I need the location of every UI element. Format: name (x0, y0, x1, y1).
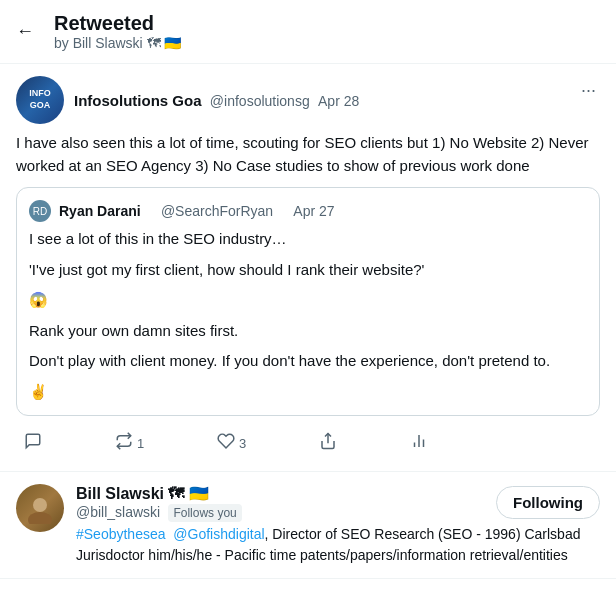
quoted-handle: @SearchForRyan (161, 203, 273, 219)
quoted-avatar-label: RD (33, 206, 47, 217)
like-button[interactable]: 3 (209, 428, 254, 459)
more-button[interactable]: ··· (577, 76, 600, 105)
author-handle: @infosolutionsg (210, 93, 310, 109)
author-info: Infosolutions Goa @infosolutionsg Apr 28 (74, 92, 359, 109)
user-handle: @bill_slawski (76, 504, 160, 520)
header-subtitle: by Bill Slawski 🗺 🇺🇦 (54, 35, 181, 51)
quoted-tweet: RD Ryan Darani @SearchForRyan Apr 27 I s… (16, 187, 600, 416)
user-card: Bill Slawski 🗺 🇺🇦 @bill_slawski Follows … (0, 472, 616, 579)
following-button[interactable]: Following (496, 486, 600, 519)
tweet-text: I have also seen this a lot of time, sco… (16, 132, 600, 177)
avatar-label: INFOGOA (29, 88, 51, 111)
quoted-text: I see a lot of this in the SEO industry…… (29, 228, 587, 403)
user-bio: #Seobythesea @Gofishdigital, Director of… (76, 524, 600, 566)
like-count: 3 (239, 436, 246, 451)
header-title: Retweeted (54, 12, 181, 35)
quoted-line-6: ✌ (29, 381, 587, 404)
quoted-line-5: Don't play with client money. If you don… (29, 350, 587, 373)
tweet-card: INFOGOA Infosolutions Goa @infosolutions… (0, 64, 616, 472)
quoted-avatar: RD (29, 200, 51, 222)
seobythesea-link[interactable]: #Seobythesea (76, 526, 166, 542)
header-content: Retweeted by Bill Slawski 🗺 🇺🇦 (54, 12, 181, 51)
share-button[interactable] (311, 428, 345, 459)
user-name: Bill Slawski 🗺 🇺🇦 (76, 485, 209, 502)
svg-point-4 (33, 498, 47, 512)
tweet-actions: 1 3 (16, 428, 436, 459)
bill-avatar-icon (24, 492, 56, 524)
back-button[interactable]: ← (16, 21, 34, 42)
avatar: INFOGOA (16, 76, 64, 124)
like-icon (217, 432, 235, 455)
gofishdigital-link[interactable]: @Gofishdigital (173, 526, 264, 542)
tweet-author-row: INFOGOA Infosolutions Goa @infosolutions… (16, 76, 359, 124)
quoted-line-3: 😱 (29, 289, 587, 312)
header: ← Retweeted by Bill Slawski 🗺 🇺🇦 (0, 0, 616, 64)
retweet-count: 1 (137, 436, 144, 451)
share-icon (319, 432, 337, 455)
quoted-date: Apr 27 (293, 203, 334, 219)
analytics-button[interactable] (402, 428, 436, 459)
follows-you-badge: Follows you (168, 504, 241, 522)
retweet-button[interactable]: 1 (107, 428, 152, 459)
user-name-row: Bill Slawski 🗺 🇺🇦 @bill_slawski Follows … (76, 484, 600, 520)
quoted-line-1: I see a lot of this in the SEO industry… (29, 228, 587, 251)
analytics-icon (410, 432, 428, 455)
bill-avatar (16, 484, 64, 532)
svg-point-5 (28, 512, 52, 524)
tweet-date: Apr 28 (318, 93, 359, 109)
reply-button[interactable] (16, 428, 50, 459)
author-name: Infosolutions Goa (74, 92, 202, 109)
retweet-icon (115, 432, 133, 455)
user-info: Bill Slawski 🗺 🇺🇦 @bill_slawski Follows … (76, 484, 600, 566)
quoted-line-2: 'I've just got my first client, how shou… (29, 259, 587, 282)
tweet-top: INFOGOA Infosolutions Goa @infosolutions… (16, 76, 600, 124)
quoted-line-4: Rank your own damn sites first. (29, 320, 587, 343)
reply-icon (24, 432, 42, 455)
user-name-handle: Bill Slawski 🗺 🇺🇦 @bill_slawski Follows … (76, 484, 242, 520)
quoted-author-row: RD Ryan Darani @SearchForRyan Apr 27 (29, 200, 587, 222)
quoted-author-name: Ryan Darani (59, 203, 141, 219)
